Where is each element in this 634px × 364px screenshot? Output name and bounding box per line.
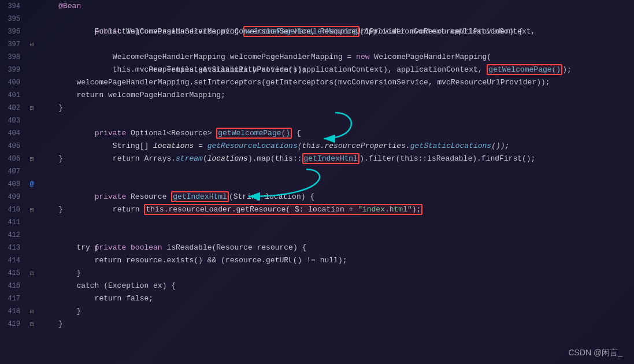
code-line-409: 409 return this.resourceLoader.getResour… [0,191,634,203]
code-line-406: 406 ⊟ } [0,153,634,165]
code-line-400: 400 welcomePageHandlerMapping.setInterce… [0,76,634,89]
watermark: CSDN @闲言_ [568,348,622,358]
line-num-418: 418 [0,305,26,318]
line-num-394: 394 [0,0,26,13]
code-line-395: 395 public WelcomePageHandlerMapping wel… [0,13,634,25]
code-line-401: 401 return welcomePageHandlerMapping; [0,89,634,102]
line-content-407 [38,165,634,178]
line-content-413: try { [38,242,634,254]
line-num-396: 396 [0,25,26,38]
code-line-419: 419 ⊟ } [0,318,634,330]
line-content-400: welcomePageHandlerMapping.setInterceptor… [38,76,634,89]
gutter-410: ⊟ [26,204,38,217]
line-content-418: } [38,305,634,318]
code-line-410: 410 ⊟ } [0,203,634,216]
code-line-415: 415 ⊟ } [0,267,634,280]
line-num-400: 400 [0,76,26,89]
line-num-412: 412 [0,229,26,242]
line-content-416: catch (Exception ex) { [38,280,634,292]
line-num-409: 409 [0,191,26,203]
code-line-418: 418 ⊟ } [0,305,634,318]
code-line-402: 402 ⊟ } [0,102,634,114]
line-num-413: 413 [0,242,26,254]
code-line-412: 412 private boolean isReadable(Resource … [0,229,634,242]
line-content-399: this.mvcProperties.getStaticPathPattern(… [38,64,634,76]
gutter-402: ⊟ [26,102,38,115]
code-line-407: 407 [0,165,634,178]
line-num-410: 410 [0,203,26,216]
line-num-405: 405 [0,140,26,153]
gutter-415: ⊟ [26,268,38,280]
line-num-407: 407 [0,165,26,178]
code-line-416: 416 catch (Exception ex) { [0,280,634,292]
line-num-414: 414 [0,254,26,267]
line-content-411 [38,216,634,229]
line-content-410: } [38,203,634,216]
gutter-418: ⊟ [26,306,38,318]
line-num-397: 397 [0,38,26,51]
line-content-415: } [38,267,634,280]
code-area: 394 @Bean 395 public WelcomePageHandlerM… [0,0,634,364]
line-num-404: 404 [0,127,26,140]
line-num-399: 399 [0,64,26,76]
code-line-396: 396 FormattingConversionService mvcConve… [0,25,634,38]
gutter-408: @ [26,178,38,191]
code-line-411: 411 [0,216,634,229]
line-num-402: 402 [0,102,26,114]
gutter-406: ⊟ [26,153,38,166]
line-num-401: 401 [0,89,26,102]
code-line-413: 413 try { [0,242,634,254]
code-line-417: 417 return false; [0,292,634,305]
line-content-414: return resource.exists() && (resource.ge… [38,254,634,267]
line-num-417: 417 [0,292,26,305]
code-line-414: 414 return resource.exists() && (resourc… [0,254,634,267]
line-num-411: 411 [0,216,26,229]
line-content-401: return welcomePageHandlerMapping; [38,89,634,102]
line-content-396: FormattingConversionService mvcConversio… [38,25,634,38]
gutter-419: ⊟ [26,318,38,331]
line-num-415: 415 [0,267,26,280]
line-content-394: @Bean [38,0,634,13]
code-line-405: 405 return Arrays.stream(locations).map(… [0,140,634,153]
line-content-402: } [38,102,634,114]
line-content-419: } [38,318,634,330]
line-content-406: } [38,153,634,165]
code-line-404: 404 String[] locations = getResourceLoca… [0,127,634,140]
code-line-403: 403 private Optional<Resource> getWelcom… [0,114,634,127]
code-container: 394 @Bean 395 public WelcomePageHandlerM… [0,0,634,364]
line-num-403: 403 [0,114,26,127]
code-line-394: 394 @Bean [0,0,634,13]
line-num-395: 395 [0,13,26,25]
code-line-408: 408 @ private Resource getIndexHtml(Stri… [0,178,634,191]
line-num-398: 398 [0,51,26,64]
line-num-408: 408 [0,178,26,191]
line-num-419: 419 [0,318,26,330]
line-content-417: return false; [38,292,634,305]
code-line-399: 399 this.mvcProperties.getStaticPathPatt… [0,64,634,76]
line-num-406: 406 [0,153,26,165]
code-line-398: 398 new TemplateAvailabilityProviders(ap… [0,51,634,64]
code-line-397: 397 ⊟ WelcomePageHandlerMapping welcomeP… [0,38,634,51]
line-num-416: 416 [0,280,26,292]
gutter-397: ⊟ [26,39,38,51]
